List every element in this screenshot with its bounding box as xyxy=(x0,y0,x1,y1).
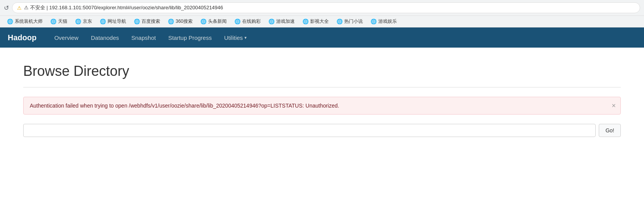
nav-label: Overview xyxy=(54,34,79,41)
nav-item-overview[interactable]: Overview xyxy=(48,27,85,48)
nav-item-datanodes[interactable]: Datanodes xyxy=(85,27,125,48)
path-input[interactable] xyxy=(23,124,596,137)
bookmark-item[interactable]: 🌐头条新闻 xyxy=(197,17,230,26)
bookmark-label: 京东 xyxy=(83,18,92,25)
nav-item-utilities[interactable]: Utilities▾ xyxy=(218,27,253,48)
nav-label: Snapshot xyxy=(132,34,156,41)
address-text: ⚠ 不安全 | 192.168.1.101:50070/explorer.htm… xyxy=(24,4,223,11)
bookmark-item[interactable]: 🌐京东 xyxy=(72,17,95,26)
bookmark-label: 系统装机大师 xyxy=(15,18,43,25)
reload-icon[interactable]: ↺ xyxy=(4,4,9,12)
address-bar-row: ↺ ⚠ ⚠ 不安全 | 192.168.1.101:50070/explorer… xyxy=(0,0,644,15)
bookmark-label: 游戏娱乐 xyxy=(378,18,397,25)
bookmark-item[interactable]: 🌐天猫 xyxy=(47,17,70,26)
bookmark-item[interactable]: 🌐游戏娱乐 xyxy=(367,17,400,26)
nav-item-snapshot[interactable]: Snapshot xyxy=(125,27,162,48)
bookmark-item[interactable]: 🌐百度搜索 xyxy=(131,17,163,26)
nav-item-startup-progress[interactable]: Startup Progress xyxy=(162,27,218,48)
globe-icon: 🌐 xyxy=(75,19,81,24)
divider xyxy=(23,87,621,87)
lock-icon: ⚠ xyxy=(17,5,22,11)
globe-icon: 🌐 xyxy=(200,19,207,24)
search-row: Go! xyxy=(23,124,621,137)
globe-icon: 🌐 xyxy=(168,19,174,24)
bookmark-item[interactable]: 🌐影视大全 xyxy=(299,17,332,26)
page-content: Browse Directory Authentication failed w… xyxy=(0,48,644,152)
navbar-brand[interactable]: Hadoop xyxy=(8,33,36,42)
globe-icon: 🌐 xyxy=(100,19,106,24)
nav-label: Startup Progress xyxy=(168,34,212,41)
bookmark-item[interactable]: 🌐游戏加速 xyxy=(265,17,298,26)
bookmark-label: 天猫 xyxy=(58,18,67,25)
address-bar[interactable]: ⚠ ⚠ 不安全 | 192.168.1.101:50070/explorer.h… xyxy=(12,2,640,13)
alert-close-button[interactable]: × xyxy=(612,102,616,109)
nav-label: Utilities xyxy=(224,34,243,41)
globe-icon: 🌐 xyxy=(7,19,13,24)
globe-icon: 🌐 xyxy=(371,19,377,24)
chevron-down-icon: ▾ xyxy=(244,35,247,40)
globe-icon: 🌐 xyxy=(134,19,140,24)
bookmark-item[interactable]: 🌐网址导航 xyxy=(97,17,129,26)
nav-label: Datanodes xyxy=(91,34,119,41)
navbar: Hadoop OverviewDatanodesSnapshotStartup … xyxy=(0,27,644,48)
bookmark-label: 热门小说 xyxy=(344,18,363,25)
globe-icon: 🌐 xyxy=(50,19,56,24)
bookmark-label: 在线购彩 xyxy=(242,18,261,25)
globe-icon: 🌐 xyxy=(302,19,309,24)
globe-icon: 🌐 xyxy=(234,19,241,24)
alert-box: Authentication failed when trying to ope… xyxy=(23,97,621,115)
bookmark-item[interactable]: 🌐系统装机大师 xyxy=(4,17,46,26)
bookmark-label: 游戏加速 xyxy=(276,18,295,25)
bookmark-label: 百度搜索 xyxy=(142,18,160,25)
page-title: Browse Directory xyxy=(23,63,621,79)
bookmark-item[interactable]: 🌐360搜索 xyxy=(165,17,196,26)
go-button[interactable]: Go! xyxy=(599,124,621,137)
bookmark-item[interactable]: 🌐在线购彩 xyxy=(231,17,264,26)
bookmark-label: 头条新闻 xyxy=(208,18,227,25)
bookmark-label: 360搜索 xyxy=(176,18,193,25)
browser-chrome: ↺ ⚠ ⚠ 不安全 | 192.168.1.101:50070/explorer… xyxy=(0,0,644,27)
bookmarks-bar: 🌐系统装机大师🌐天猫🌐京东🌐网址导航🌐百度搜索🌐360搜索🌐头条新闻🌐在线购彩🌐… xyxy=(0,15,644,27)
globe-icon: 🌐 xyxy=(337,19,343,24)
alert-message: Authentication failed when trying to ope… xyxy=(30,103,339,109)
bookmark-label: 网址导航 xyxy=(108,18,126,25)
navbar-nav: OverviewDatanodesSnapshotStartup Progres… xyxy=(48,27,253,48)
bookmark-label: 影视大全 xyxy=(310,18,329,25)
globe-icon: 🌐 xyxy=(268,19,275,24)
bookmark-item[interactable]: 🌐热门小说 xyxy=(333,17,366,26)
